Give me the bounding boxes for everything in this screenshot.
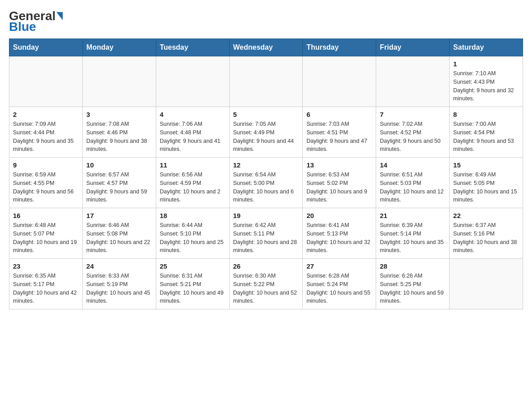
day-info: Sunrise: 6:28 AM Sunset: 5:24 PM Dayligh… bbox=[306, 272, 372, 305]
day-info: Sunrise: 6:42 AM Sunset: 5:11 PM Dayligh… bbox=[233, 221, 299, 255]
calendar-cell: 19Sunrise: 6:42 AM Sunset: 5:11 PM Dayli… bbox=[229, 208, 303, 259]
day-info: Sunrise: 6:30 AM Sunset: 5:22 PM Dayligh… bbox=[233, 272, 299, 305]
day-number: 7 bbox=[380, 111, 446, 118]
day-info: Sunrise: 7:08 AM Sunset: 4:46 PM Dayligh… bbox=[86, 120, 152, 154]
calendar-cell: 17Sunrise: 6:46 AM Sunset: 5:08 PM Dayli… bbox=[82, 208, 156, 259]
logo: General Blue bbox=[9, 9, 64, 34]
week-row-2: 2Sunrise: 7:09 AM Sunset: 4:44 PM Daylig… bbox=[9, 107, 523, 158]
calendar-cell bbox=[303, 56, 376, 107]
day-info: Sunrise: 6:49 AM Sunset: 5:05 PM Dayligh… bbox=[453, 171, 519, 204]
day-header-thursday: Thursday bbox=[303, 39, 376, 56]
week-row-5: 23Sunrise: 6:35 AM Sunset: 5:17 PM Dayli… bbox=[9, 259, 523, 309]
day-info: Sunrise: 7:10 AM Sunset: 4:43 PM Dayligh… bbox=[453, 69, 519, 103]
logo-arrow-icon bbox=[56, 12, 63, 20]
day-info: Sunrise: 6:56 AM Sunset: 4:59 PM Dayligh… bbox=[160, 171, 226, 204]
day-info: Sunrise: 6:33 AM Sunset: 5:19 PM Dayligh… bbox=[86, 272, 152, 305]
day-number: 28 bbox=[380, 262, 446, 270]
day-header-saturday: Saturday bbox=[450, 39, 523, 56]
week-row-4: 16Sunrise: 6:48 AM Sunset: 5:07 PM Dayli… bbox=[9, 208, 523, 259]
logo-blue-text: Blue bbox=[9, 20, 36, 34]
day-number: 13 bbox=[306, 161, 372, 169]
day-number: 27 bbox=[306, 262, 372, 270]
calendar-cell: 15Sunrise: 6:49 AM Sunset: 5:05 PM Dayli… bbox=[450, 158, 523, 208]
calendar-cell: 16Sunrise: 6:48 AM Sunset: 5:07 PM Dayli… bbox=[9, 208, 83, 259]
calendar-cell: 23Sunrise: 6:35 AM Sunset: 5:17 PM Dayli… bbox=[9, 259, 83, 309]
day-number: 17 bbox=[86, 212, 152, 219]
day-number: 4 bbox=[160, 111, 226, 118]
page-header: General Blue bbox=[9, 9, 523, 34]
calendar-cell bbox=[229, 56, 303, 107]
day-info: Sunrise: 6:48 AM Sunset: 5:07 PM Dayligh… bbox=[13, 221, 79, 255]
day-number: 24 bbox=[86, 262, 152, 270]
day-info: Sunrise: 6:26 AM Sunset: 5:25 PM Dayligh… bbox=[380, 272, 446, 305]
day-number: 5 bbox=[233, 111, 299, 118]
calendar-cell: 7Sunrise: 7:02 AM Sunset: 4:52 PM Daylig… bbox=[376, 107, 450, 158]
calendar-cell: 27Sunrise: 6:28 AM Sunset: 5:24 PM Dayli… bbox=[303, 259, 376, 309]
day-number: 11 bbox=[160, 161, 226, 169]
calendar-cell bbox=[450, 259, 523, 309]
day-number: 12 bbox=[233, 161, 299, 169]
day-number: 1 bbox=[453, 60, 519, 68]
day-info: Sunrise: 7:03 AM Sunset: 4:51 PM Dayligh… bbox=[306, 120, 372, 154]
day-number: 18 bbox=[160, 212, 226, 219]
calendar-cell: 8Sunrise: 7:00 AM Sunset: 4:54 PM Daylig… bbox=[450, 107, 523, 158]
day-info: Sunrise: 6:57 AM Sunset: 4:57 PM Dayligh… bbox=[86, 171, 152, 204]
day-number: 9 bbox=[13, 161, 79, 169]
calendar-cell: 14Sunrise: 6:51 AM Sunset: 5:03 PM Dayli… bbox=[376, 158, 450, 208]
calendar-cell: 21Sunrise: 6:39 AM Sunset: 5:14 PM Dayli… bbox=[376, 208, 450, 259]
day-number: 21 bbox=[380, 212, 446, 219]
day-header-wednesday: Wednesday bbox=[229, 39, 303, 56]
calendar-cell: 12Sunrise: 6:54 AM Sunset: 5:00 PM Dayli… bbox=[229, 158, 303, 208]
day-info: Sunrise: 6:39 AM Sunset: 5:14 PM Dayligh… bbox=[380, 221, 446, 255]
day-number: 3 bbox=[86, 111, 152, 118]
day-info: Sunrise: 7:06 AM Sunset: 4:48 PM Dayligh… bbox=[160, 120, 226, 154]
calendar-table: SundayMondayTuesdayWednesdayThursdayFrid… bbox=[9, 39, 523, 309]
calendar-cell: 9Sunrise: 6:59 AM Sunset: 4:55 PM Daylig… bbox=[9, 158, 83, 208]
calendar-cell: 3Sunrise: 7:08 AM Sunset: 4:46 PM Daylig… bbox=[82, 107, 156, 158]
day-number: 20 bbox=[306, 212, 372, 219]
day-number: 6 bbox=[306, 111, 372, 118]
calendar-cell: 18Sunrise: 6:44 AM Sunset: 5:10 PM Dayli… bbox=[156, 208, 229, 259]
day-info: Sunrise: 7:05 AM Sunset: 4:49 PM Dayligh… bbox=[233, 120, 299, 154]
day-info: Sunrise: 7:09 AM Sunset: 4:44 PM Dayligh… bbox=[13, 120, 79, 154]
day-number: 15 bbox=[453, 161, 519, 169]
calendar-cell: 20Sunrise: 6:41 AM Sunset: 5:13 PM Dayli… bbox=[303, 208, 376, 259]
calendar-cell: 26Sunrise: 6:30 AM Sunset: 5:22 PM Dayli… bbox=[229, 259, 303, 309]
calendar-cell: 4Sunrise: 7:06 AM Sunset: 4:48 PM Daylig… bbox=[156, 107, 229, 158]
calendar-cell bbox=[156, 56, 229, 107]
day-number: 10 bbox=[86, 161, 152, 169]
calendar-cell: 28Sunrise: 6:26 AM Sunset: 5:25 PM Dayli… bbox=[376, 259, 450, 309]
day-info: Sunrise: 6:37 AM Sunset: 5:16 PM Dayligh… bbox=[453, 221, 519, 255]
day-number: 16 bbox=[13, 212, 79, 219]
calendar-cell: 10Sunrise: 6:57 AM Sunset: 4:57 PM Dayli… bbox=[82, 158, 156, 208]
day-info: Sunrise: 7:02 AM Sunset: 4:52 PM Dayligh… bbox=[380, 120, 446, 154]
day-number: 22 bbox=[453, 212, 519, 219]
day-number: 2 bbox=[13, 111, 79, 118]
day-headers-row: SundayMondayTuesdayWednesdayThursdayFrid… bbox=[9, 39, 523, 56]
day-number: 25 bbox=[160, 262, 226, 270]
day-number: 19 bbox=[233, 212, 299, 219]
day-number: 8 bbox=[453, 111, 519, 118]
week-row-3: 9Sunrise: 6:59 AM Sunset: 4:55 PM Daylig… bbox=[9, 158, 523, 208]
calendar-cell: 6Sunrise: 7:03 AM Sunset: 4:51 PM Daylig… bbox=[303, 107, 376, 158]
calendar-cell: 13Sunrise: 6:53 AM Sunset: 5:02 PM Dayli… bbox=[303, 158, 376, 208]
day-info: Sunrise: 6:53 AM Sunset: 5:02 PM Dayligh… bbox=[306, 171, 372, 204]
calendar-cell: 11Sunrise: 6:56 AM Sunset: 4:59 PM Dayli… bbox=[156, 158, 229, 208]
day-header-tuesday: Tuesday bbox=[156, 39, 229, 56]
day-info: Sunrise: 6:44 AM Sunset: 5:10 PM Dayligh… bbox=[160, 221, 226, 255]
day-number: 23 bbox=[13, 262, 79, 270]
calendar-cell: 22Sunrise: 6:37 AM Sunset: 5:16 PM Dayli… bbox=[450, 208, 523, 259]
calendar-cell: 24Sunrise: 6:33 AM Sunset: 5:19 PM Dayli… bbox=[82, 259, 156, 309]
day-header-monday: Monday bbox=[82, 39, 156, 56]
calendar-cell: 2Sunrise: 7:09 AM Sunset: 4:44 PM Daylig… bbox=[9, 107, 83, 158]
day-header-friday: Friday bbox=[376, 39, 450, 56]
day-number: 26 bbox=[233, 262, 299, 270]
day-info: Sunrise: 6:54 AM Sunset: 5:00 PM Dayligh… bbox=[233, 171, 299, 204]
day-info: Sunrise: 6:41 AM Sunset: 5:13 PM Dayligh… bbox=[306, 221, 372, 255]
calendar-cell: 1Sunrise: 7:10 AM Sunset: 4:43 PM Daylig… bbox=[450, 56, 523, 107]
calendar-cell: 25Sunrise: 6:31 AM Sunset: 5:21 PM Dayli… bbox=[156, 259, 229, 309]
calendar-cell bbox=[9, 56, 83, 107]
day-info: Sunrise: 6:59 AM Sunset: 4:55 PM Dayligh… bbox=[13, 171, 79, 204]
day-number: 14 bbox=[380, 161, 446, 169]
week-row-1: 1Sunrise: 7:10 AM Sunset: 4:43 PM Daylig… bbox=[9, 56, 523, 107]
